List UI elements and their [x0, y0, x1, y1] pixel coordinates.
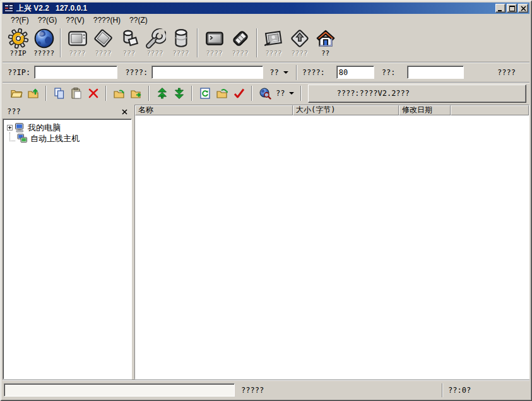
file-list-body[interactable] — [135, 115, 529, 379]
delete-button[interactable] — [85, 85, 102, 102]
password-input[interactable] — [407, 66, 464, 79]
menu-file[interactable]: ??(F) — [6, 15, 33, 25]
toolbar-button-label: ???? — [206, 49, 223, 58]
toolbar-button-capture[interactable]: ???? — [261, 27, 287, 58]
web-search-dropdown[interactable]: ?? — [256, 86, 297, 101]
menu-about[interactable]: ??(Z) — [125, 15, 152, 25]
target-ip-input[interactable] — [34, 66, 117, 79]
delete-icon — [87, 87, 100, 100]
column-header-date[interactable]: 修改日期 — [399, 105, 451, 115]
tree-expander-icon[interactable] — [7, 125, 13, 131]
open-folder-button[interactable] — [8, 85, 25, 102]
folder-open-icon — [10, 87, 23, 100]
web-search-icon — [259, 87, 271, 100]
toolbar-button-label: ??IP — [9, 49, 27, 58]
folder-go-button[interactable] — [213, 85, 230, 102]
menu-help[interactable]: ????(H) — [89, 15, 125, 25]
column-header-size[interactable]: 大小(字节) — [293, 105, 399, 115]
toolbar-button-label: ???? — [291, 49, 308, 58]
toolbar-button-label: ???? — [69, 49, 86, 58]
menu-view[interactable]: ??(V) — [61, 15, 88, 25]
web-search-label: ?? — [276, 89, 285, 98]
toolbar-message: ????:????V2.2??? — [336, 89, 410, 98]
folder-go-icon — [216, 87, 228, 100]
online-hosts-icon — [17, 134, 28, 143]
target-ip-label: ??IP: — [8, 68, 30, 77]
status-count: ??:0? — [443, 386, 529, 395]
tree-item-online-hosts[interactable]: 自动上线主机 — [4, 133, 130, 144]
terminal-icon — [204, 28, 225, 49]
toolbar-button-settings[interactable]: ???? — [142, 27, 168, 58]
toolbar-button-label: ???? — [146, 49, 163, 58]
toolbar-button-scan-ip[interactable]: ??IP — [5, 27, 31, 58]
toolbar-separator — [60, 28, 61, 57]
copy-icon — [53, 87, 66, 100]
sidebar-close-button[interactable] — [119, 107, 129, 117]
host-tree: 我的电脑 自动上线主机 — [3, 119, 132, 380]
upload-button[interactable] — [153, 85, 170, 102]
mode-dropdown[interactable]: ?? — [267, 67, 290, 78]
chevron-down-icon — [289, 92, 294, 95]
folder-in-button[interactable] — [110, 85, 127, 102]
globe-icon — [33, 28, 55, 49]
wrench-icon — [145, 28, 166, 49]
download-button[interactable] — [170, 85, 187, 102]
paste-button[interactable] — [68, 85, 85, 102]
main-toolbar: ??IP ????? ???? — [3, 26, 529, 61]
database-icon — [170, 28, 192, 49]
domain-label: ????: — [125, 68, 148, 77]
app-logo-icon — [4, 3, 14, 13]
status-bar: ????? ??:0? — [3, 380, 529, 400]
toolbar-button-update[interactable]: ???? — [287, 27, 312, 58]
connect-button[interactable]: ???? — [497, 68, 516, 77]
confirm-check-icon — [233, 87, 245, 100]
toolbar-button-label: ??? — [123, 49, 136, 58]
status-message: ????? — [235, 386, 442, 395]
my-computer-icon — [15, 123, 25, 132]
tree-item-my-computer[interactable]: 我的电脑 — [4, 122, 130, 133]
chevron-down-icon — [283, 71, 288, 74]
minimize-button[interactable] — [495, 4, 505, 13]
toolbar-button-process[interactable]: ??? — [116, 27, 142, 58]
maximize-icon — [509, 6, 515, 11]
column-header-extra[interactable] — [451, 105, 529, 115]
toolbar-button-files[interactable]: ???? — [90, 27, 116, 58]
tree-item-label: 自动上线主机 — [30, 133, 80, 144]
home-icon — [315, 28, 336, 49]
domain-input[interactable] — [151, 66, 263, 79]
maximize-button[interactable] — [507, 4, 517, 13]
connect-bar: ??IP: ????: ?? ????: ??: ???? — [3, 62, 529, 82]
menu-tools[interactable]: ??(G) — [33, 15, 62, 25]
toolbar-button-net-search[interactable]: ????? — [31, 27, 57, 58]
folder-out-button[interactable] — [127, 85, 145, 102]
toolbar-button-label: ???? — [172, 49, 189, 58]
column-header-name[interactable]: 名称 — [135, 105, 293, 115]
toolbar-button-screen[interactable]: ???? — [64, 27, 90, 58]
toolbar-separator — [197, 28, 198, 57]
confirm-button[interactable] — [230, 85, 247, 102]
close-icon — [521, 6, 526, 11]
copy-button[interactable] — [50, 85, 68, 102]
minimize-icon — [498, 6, 503, 12]
port-input[interactable] — [336, 66, 374, 79]
toolbar-separator — [191, 86, 192, 101]
refresh-button[interactable] — [196, 85, 213, 102]
toolbar-button-keylog[interactable]: ???? — [227, 27, 253, 58]
title-bar[interactable]: 上兴 V2.2 127.0.0.1 — [3, 3, 529, 14]
main-area: ??? 我的电脑 — [3, 105, 529, 380]
toolbar-button-shell[interactable]: ???? — [201, 27, 227, 58]
close-icon — [122, 109, 127, 115]
app-window: 上兴 V2.2 127.0.0.1 ??(F) ??(G) ??(V) ????… — [0, 0, 532, 401]
file-toolbar: ?? ????:????V2.2??? — [3, 82, 529, 104]
close-button[interactable] — [518, 4, 528, 13]
keyboard-tilted-icon — [230, 28, 251, 49]
sidebar-panel: ??? 我的电脑 — [3, 105, 132, 380]
toolbar-button-registry[interactable]: ???? — [168, 27, 194, 58]
sidebar-header: ??? — [3, 105, 132, 119]
folder-up-button[interactable] — [25, 85, 42, 102]
toolbar-button-label: ?? — [321, 49, 329, 58]
toolbar-button-home[interactable]: ?? — [312, 27, 338, 58]
progress-bar — [4, 383, 235, 397]
toolbar-button-label: ???? — [232, 49, 249, 58]
cylinder-page-icon — [119, 28, 140, 49]
